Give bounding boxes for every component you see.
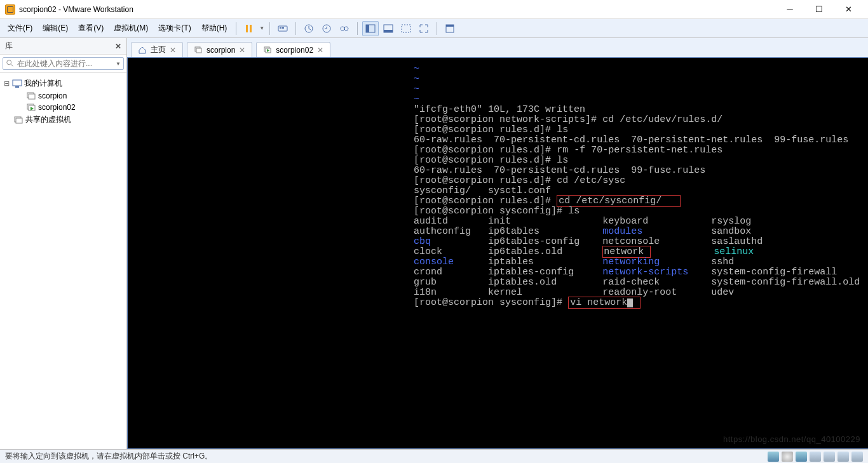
tree-node-vm-scorpion[interactable]: scorpion	[3, 90, 124, 102]
snapshot-button[interactable]	[301, 21, 317, 36]
view-sidebar-button[interactable]	[362, 21, 379, 36]
close-button[interactable]: ✕	[834, 1, 863, 18]
sidebar-search-row: ▼	[0, 55, 126, 73]
tree-node-my-computer[interactable]: ⊟ 我的计算机	[3, 77, 124, 90]
sound-icon[interactable]	[824, 452, 835, 462]
manage-snapshot-button[interactable]	[336, 21, 353, 36]
expand-icon[interactable]: ⊟	[3, 79, 10, 88]
term-prompt: [root@scorpion network-scripts]#	[414, 114, 602, 125]
term-cmd: vi network	[570, 297, 627, 308]
status-text: 要将输入定向到该虚拟机，请在虚拟机内部单击或按 Ctrl+G。	[5, 451, 212, 462]
network-icon[interactable]	[796, 452, 807, 462]
cursor-icon	[627, 299, 633, 307]
shared-icon	[13, 116, 24, 124]
separator	[236, 22, 236, 35]
ls-entry: modules	[602, 226, 642, 237]
library-tree: ⊟ 我的计算机 scorpion scorpion02 共享的虚拟机	[0, 73, 126, 449]
ls-entry: grub	[414, 277, 437, 288]
tab-close-button[interactable]: ✕	[239, 46, 245, 55]
printer-icon[interactable]	[837, 452, 849, 462]
ls-entry: keyboard	[602, 216, 648, 227]
term-cmd: ls	[557, 155, 568, 166]
vi-tilde: ~	[414, 64, 419, 74]
menu-file[interactable]: 文件(F)	[3, 20, 37, 36]
term-prompt: [root@scorpion rules.d]#	[414, 196, 557, 206]
ls-entry: ip6tables.old	[488, 246, 562, 257]
status-device-icons	[768, 452, 863, 462]
term-text: "ifcfg-eth0" 10L, 173C written	[414, 104, 585, 115]
tree-node-vm-scorpion02[interactable]: scorpion02	[3, 102, 124, 113]
message-log-icon[interactable]	[851, 452, 863, 462]
menu-tabs[interactable]: 选项卡(T)	[153, 20, 196, 36]
vm-running-icon	[26, 103, 36, 112]
svg-rect-26	[16, 118, 22, 123]
maximize-button[interactable]: ☐	[804, 1, 834, 18]
term-cmd: cd /etc/sysc	[557, 175, 625, 186]
fullscreen-button[interactable]	[416, 21, 432, 36]
term-prompt: [root@scorpion rules.d]#	[414, 155, 557, 166]
tab-scorpion02[interactable]: scorpion02 ✕	[256, 42, 330, 57]
power-dropdown[interactable]: ▼	[258, 25, 266, 31]
sidebar-close-button[interactable]: ✕	[115, 42, 121, 51]
menu-view[interactable]: 查看(V)	[73, 20, 109, 36]
disk-icon[interactable]	[768, 452, 779, 462]
search-input[interactable]	[17, 59, 113, 68]
separator	[437, 22, 437, 35]
ls-entry: iptables.old	[488, 277, 557, 288]
tree-node-shared-vms[interactable]: 共享的虚拟机	[3, 113, 124, 126]
svg-rect-19	[15, 86, 19, 88]
ls-entry: rsyslog	[711, 216, 751, 227]
ls-entry: auditd	[414, 216, 448, 227]
revert-snapshot-button[interactable]	[318, 21, 335, 36]
ls-entry: kernel	[488, 287, 522, 298]
separator	[269, 22, 270, 35]
usb-icon[interactable]	[810, 452, 821, 462]
menu-edit[interactable]: 编辑(E)	[37, 20, 73, 36]
svg-point-16	[7, 60, 11, 65]
computer-icon	[12, 79, 22, 88]
vi-tilde: ~	[414, 94, 419, 105]
tree-label: 共享的虚拟机	[25, 114, 71, 125]
menu-help[interactable]: 帮助(H)	[196, 20, 233, 36]
ls-entry: raid-check	[602, 277, 660, 288]
term-cmd: ls	[568, 206, 580, 217]
search-box[interactable]: ▼	[3, 57, 124, 70]
vi-tilde: ~	[414, 74, 419, 84]
tree-label: scorpion	[38, 91, 67, 100]
svg-rect-13	[402, 25, 410, 32]
ls-entry: cbq	[414, 236, 431, 247]
tab-scorpion[interactable]: scorpion ✕	[187, 42, 252, 57]
term-cmd: ls	[557, 124, 568, 135]
tab-close-button[interactable]: ✕	[317, 46, 323, 55]
ls-entry: console	[414, 257, 454, 267]
ls-entry: ip6tables-config	[488, 236, 580, 247]
term-prompt: [root@scorpion rules.d]#	[414, 124, 557, 135]
tab-label: scorpion02	[276, 46, 313, 55]
ls-entry: authconfig	[414, 226, 471, 237]
pause-button[interactable]	[241, 21, 257, 36]
home-icon	[138, 46, 147, 55]
search-dropdown-icon[interactable]: ▼	[113, 61, 121, 67]
ls-entry: udev	[711, 287, 734, 298]
ls-entry: sandbox	[711, 226, 751, 237]
ls-entry: init	[488, 216, 511, 227]
ls-entry: i18n	[414, 287, 437, 298]
view-console-button[interactable]	[398, 21, 414, 36]
ls-entry: networking	[602, 257, 660, 267]
vm-console-terminal[interactable]: ~ ~ ~ ~	[127, 57, 868, 449]
tree-label: scorpion02	[38, 103, 76, 112]
minimize-button[interactable]: ─	[775, 1, 804, 18]
view-thumbnail-button[interactable]	[380, 21, 397, 36]
vm-running-icon	[263, 46, 272, 55]
svg-rect-15	[446, 25, 454, 27]
unity-button[interactable]	[442, 21, 458, 36]
tab-close-button[interactable]: ✕	[170, 46, 176, 55]
tab-home[interactable]: 主页 ✕	[131, 42, 183, 57]
svg-line-17	[11, 64, 13, 67]
send-ctrl-alt-del-button[interactable]	[275, 21, 291, 36]
term-text: 60-raw.rules 70-persistent-cd.rules 70-p…	[414, 135, 848, 145]
ls-entry: iptables	[488, 257, 534, 267]
svg-rect-12	[384, 30, 393, 32]
menu-vm[interactable]: 虚拟机(M)	[109, 20, 153, 36]
cd-icon[interactable]	[782, 452, 793, 462]
